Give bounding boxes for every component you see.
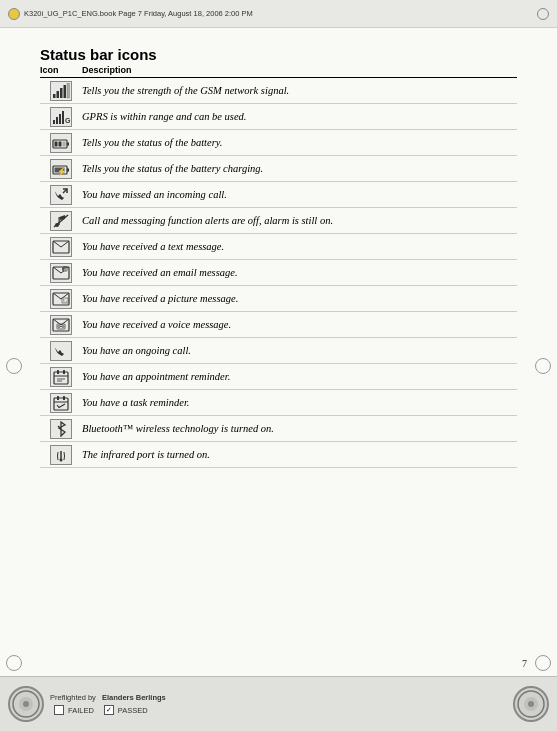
table-row: Bluetooth™ wireless technology is turned… [40,416,517,442]
icon-box-picture-message [50,289,72,309]
svg-rect-50 [57,396,59,400]
top-circle-left [8,8,20,20]
svg-point-52 [60,458,63,461]
row-icon-infrared [40,443,82,467]
table-row: The infrared port is turned on. [40,442,517,468]
row-icon-alert-off [40,209,82,233]
bottom-bar: Preflighted by Elanders Berlings FAILED … [0,676,557,731]
row-desc-ongoing-call: You have an ongoing call. [82,341,517,361]
failed-checkbox [54,705,64,715]
bottom-circle-right [513,686,549,722]
row-desc-alert-off: Call and messaging function alerts are o… [82,211,517,231]
row-desc-email-message: You have received an email message. [82,263,517,283]
battery-charging-icon: ⚡ [52,161,70,177]
row-icon-ongoing-call [40,339,82,363]
table-row: G GPRS is within range and can be used. [40,104,517,130]
svg-rect-8 [62,111,64,124]
svg-point-40 [62,325,64,327]
icon-box-missed-call [50,185,72,205]
page: K320i_UG_P1C_ENG.book Page 7 Friday, Aug… [0,0,557,731]
svg-rect-11 [67,142,69,145]
icon-box-ongoing-call [50,341,72,361]
row-icon-appointment [40,365,82,389]
row-icon-bluetooth [40,417,82,441]
header-icon-label: Icon [40,65,82,75]
voice-message-icon [52,317,70,333]
signal-bars-icon [52,83,70,99]
crop-mark-mid-left [6,358,22,374]
header-desc-label: Description [82,65,132,75]
bottom-logo-icon [12,690,40,718]
row-desc-picture-message: You have received a picture message. [82,289,517,309]
crop-mark-mid-right [535,358,551,374]
svg-rect-3 [64,85,67,98]
icon-box-battery-charging: ⚡ [50,159,72,179]
brand-logo: Elanders Berlings [102,693,166,702]
svg-rect-6 [56,117,58,124]
svg-rect-16 [67,168,69,171]
row-desc-battery-charging: Tells you the status of the battery char… [82,159,517,179]
svg-rect-7 [59,114,61,124]
row-icon-email-message: @ [40,261,82,285]
row-desc-gprs: GPRS is within range and can be used. [82,107,517,127]
svg-rect-51 [63,396,65,400]
table-row: You have a task reminder. [40,390,517,416]
row-icon-picture-message [40,287,82,311]
icon-box-text-message [50,237,72,257]
table-row: ⚡ Tells you the status of the battery ch… [40,156,517,182]
preflight-label: Preflighted by [50,693,96,702]
battery-icon [52,135,70,151]
icon-box-task [50,393,72,413]
table-row: You have missed an incoming call. [40,182,517,208]
task-icon [52,395,70,411]
bottom-logo-icon-right [517,690,545,718]
appointment-icon [52,369,70,385]
svg-rect-45 [63,370,65,374]
icon-box-alert-off [50,211,72,231]
top-circle-right [537,8,549,20]
row-desc-appointment: You have an appointment reminder. [82,367,517,387]
crop-mark-bot-right [535,655,551,671]
checkbox-area: FAILED ✓ PASSED [54,705,166,715]
ongoing-call-icon [52,343,70,359]
gprs-icon: G [52,109,70,125]
missed-call-icon [52,187,70,203]
section-title: Status bar icons [40,46,517,63]
row-icon-gprs: G [40,105,82,129]
table-row: Tells you the status of the battery. [40,130,517,156]
row-icon-missed-call [40,183,82,207]
email-message-icon: @ [52,265,70,281]
row-desc-bluetooth: Bluetooth™ wireless technology is turned… [82,419,517,439]
svg-rect-12 [55,141,58,146]
icon-box-appointment [50,367,72,387]
bluetooth-icon [52,421,70,437]
table-row: You have an appointment reminder. [40,364,517,390]
table-row: @ You have received an email message. [40,260,517,286]
failed-label: FAILED [68,706,94,715]
passed-checkbox: ✓ [104,705,114,715]
svg-line-26 [53,267,61,273]
top-bar: K320i_UG_P1C_ENG.book Page 7 Friday, Aug… [0,0,557,28]
table-row: You have received a picture message. [40,286,517,312]
main-content: Status bar icons Icon Description [30,28,527,676]
picture-message-icon [52,291,70,307]
svg-point-39 [58,325,60,327]
header-file-text: K320i_UG_P1C_ENG.book Page 7 Friday, Aug… [24,9,253,18]
icon-box-bluetooth [50,419,72,439]
svg-rect-14 [63,141,66,146]
row-desc-missed-call: You have missed an incoming call. [82,185,517,205]
row-desc-signal: Tells you the strength of the GSM networ… [82,81,517,101]
icon-box-voice-message [50,315,72,335]
table-header: Icon Description [40,65,517,78]
icon-box-gprs: G [50,107,72,127]
icon-box-signal [50,81,72,101]
table-row: Call and messaging function alerts are o… [40,208,517,234]
table-row: You have an ongoing call. [40,338,517,364]
svg-rect-4 [67,83,70,98]
preflight-label-text: Preflighted by Elanders Berlings [50,693,166,702]
svg-rect-13 [59,141,62,146]
svg-rect-48 [54,398,68,410]
row-desc-voice-message: You have received a voice message. [82,315,517,335]
svg-line-31 [53,293,61,299]
svg-rect-5 [53,120,55,124]
